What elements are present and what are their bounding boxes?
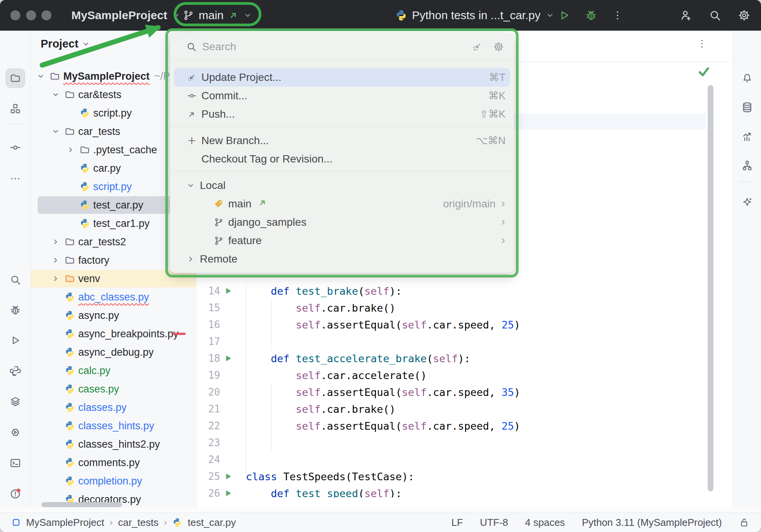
tree-row-label: comments.py	[78, 457, 140, 469]
branch-widget[interactable]: main	[183, 0, 253, 31]
tool-database-button[interactable]	[737, 97, 757, 117]
local-branches-header[interactable]: Local	[170, 176, 514, 195]
code-line-24[interactable]: 24	[196, 451, 695, 468]
branch-item-django_samples[interactable]: django_samples	[170, 213, 514, 232]
chevron-down-icon[interactable]	[34, 72, 48, 81]
code-line-15[interactable]: 15 self.car.brake()	[196, 299, 695, 316]
chevron-right-icon[interactable]	[64, 145, 77, 154]
folder-icon	[64, 255, 75, 266]
code-line-25[interactable]: 25class TestSpeeds(TestCase):	[196, 468, 695, 485]
menu-item-checkout-tag-or-revision-[interactable]: Checkout Tag or Revision...	[170, 150, 514, 168]
chart-icon	[741, 131, 753, 142]
menu-item-push-[interactable]: Push...⇧⌘K	[170, 105, 514, 123]
code-text: self.assertEqual(self.car.speed, 25)	[246, 420, 520, 432]
tree-row-abc_classes.py[interactable]: abc_classes.py	[31, 288, 196, 306]
tool-debug-button[interactable]	[5, 300, 25, 320]
tool-run-button[interactable]	[5, 330, 25, 350]
code-line-20[interactable]: 20 self.assertEqual(self.car.speed, 35)	[196, 384, 695, 401]
tool-structure-right-button[interactable]	[737, 156, 757, 176]
project-panel-header[interactable]: Project	[41, 38, 91, 50]
code-line-14[interactable]: 14 def test_brake(self):	[196, 282, 695, 299]
inspections-ok-icon[interactable]	[697, 65, 710, 78]
run-line-button[interactable]	[222, 354, 234, 363]
code-line-22[interactable]: 22 self.assertEqual(self.car.speed, 25)	[196, 417, 695, 434]
tree-row-venv[interactable]: venv	[31, 269, 196, 288]
tool-services-button[interactable]	[5, 422, 25, 442]
window-zoom-button[interactable]	[41, 10, 51, 20]
run-line-button[interactable]	[222, 472, 234, 481]
status-widget-lf[interactable]: LF	[451, 517, 463, 529]
menu-item-update-project-[interactable]: Update Project...⌘T	[170, 68, 514, 87]
tool-notifications-button[interactable]	[737, 68, 757, 88]
tool-terminal-button[interactable]	[5, 453, 25, 473]
menu-item-new-branch-[interactable]: New Branch...⌥⌘N	[170, 131, 514, 150]
run-line-button[interactable]	[222, 286, 234, 296]
branch-item-main[interactable]: mainorigin/main	[170, 195, 514, 213]
branch-item-feature[interactable]: feature	[170, 232, 514, 250]
run-button[interactable]	[558, 9, 570, 21]
tree-row-async.py[interactable]: async.py	[31, 306, 196, 325]
python-icon	[79, 200, 91, 210]
folder-icon	[64, 236, 76, 247]
chevron-down-icon[interactable]	[49, 127, 63, 136]
more-actions-button[interactable]	[612, 10, 623, 21]
status-widget-4-spaces[interactable]: 4 spaces	[525, 517, 565, 529]
ai-sparkle-icon	[741, 197, 753, 208]
project-widget[interactable]: MySampleProject	[71, 0, 181, 31]
settings-button[interactable]	[738, 9, 750, 21]
tool-project-button[interactable]	[5, 68, 25, 88]
code-line-26[interactable]: 26 def test_speed(self):	[196, 485, 695, 498]
tree-row-cases.py[interactable]: cases.py	[31, 380, 196, 398]
tool-search-button[interactable]	[5, 270, 25, 290]
tool-commit-button[interactable]	[5, 138, 25, 158]
status-widget-python-3-11-mysampleproject-[interactable]: Python 3.11 (MySampleProject)	[582, 517, 722, 529]
remote-branches-header[interactable]: Remote	[170, 250, 514, 268]
run-line-button[interactable]	[222, 489, 234, 498]
chevron-right-icon[interactable]	[49, 274, 63, 283]
code-line-21[interactable]: 21 self.car.brake()	[196, 401, 695, 417]
tree-row-async_debug.py[interactable]: async_debug.py	[31, 343, 196, 361]
gear-icon[interactable]	[493, 41, 504, 52]
search-everywhere-button[interactable]	[709, 9, 721, 21]
window-close-button[interactable]	[10, 10, 20, 20]
run-configuration-widget[interactable]: Python tests in ...t_car.py	[395, 0, 555, 31]
branch-search-field[interactable]: Search	[170, 33, 514, 61]
code-line-19[interactable]: 19 self.car.accelerate()	[196, 367, 695, 384]
status-widget-utf-8[interactable]: UTF-8	[480, 517, 508, 529]
tool-structure-button[interactable]	[5, 99, 25, 118]
chevron-right-icon[interactable]	[49, 256, 63, 265]
breadcrumb-item[interactable]: car_tests	[118, 517, 159, 529]
tree-horizontal-scrollbar[interactable]	[41, 502, 122, 507]
tree-row-calc.py[interactable]: calc.py	[31, 361, 196, 380]
tool-python-packages-button[interactable]	[5, 361, 25, 381]
tool-dependencies-button[interactable]	[5, 392, 25, 412]
editor-scrollbar[interactable]	[708, 85, 713, 491]
code-line-16[interactable]: 16 self.assertEqual(self.car.speed, 25)	[196, 316, 695, 333]
tree-row-async_breakpoints.py[interactable]: async_breakpoints.py	[31, 325, 196, 343]
code-line-17[interactable]: 17	[196, 333, 695, 350]
tree-row-classes_hints.py[interactable]: classes_hints.py	[31, 417, 196, 435]
arrow-ur-icon	[187, 109, 197, 119]
tree-row-comments.py[interactable]: comments.py	[31, 453, 196, 472]
breadcrumb-item[interactable]: MySampleProject	[26, 517, 104, 529]
tree-row-classes_hints2.py[interactable]: classes_hints2.py	[31, 435, 196, 453]
menu-item-commit-[interactable]: Commit...⌘K	[170, 87, 514, 105]
open-in-tool-window-icon[interactable]	[472, 41, 483, 52]
code-line-18[interactable]: 18 def test_accelerate_brake(self):	[196, 350, 695, 367]
code-line-23[interactable]: 23	[196, 434, 695, 451]
python-icon	[64, 402, 76, 413]
tool-more-button[interactable]	[5, 169, 25, 189]
breadcrumb-item[interactable]: test_car.py	[188, 517, 236, 529]
debug-button[interactable]	[585, 9, 597, 21]
tool-ai-assistant-button[interactable]	[737, 192, 757, 212]
chevron-down-icon[interactable]	[49, 90, 63, 99]
tool-problems-button[interactable]	[5, 484, 25, 504]
tree-row-completion.py[interactable]: completion.py	[31, 472, 196, 490]
chevron-right-icon[interactable]	[49, 237, 63, 246]
editor-tab-options-button[interactable]	[697, 38, 707, 49]
code-with-me-button[interactable]	[680, 9, 692, 21]
tool-endpoints-button[interactable]	[737, 126, 757, 146]
tree-row-classes.py[interactable]: classes.py	[31, 398, 196, 417]
menu-item-label: New Branch...	[201, 135, 269, 147]
window-minimize-button[interactable]	[26, 10, 36, 20]
